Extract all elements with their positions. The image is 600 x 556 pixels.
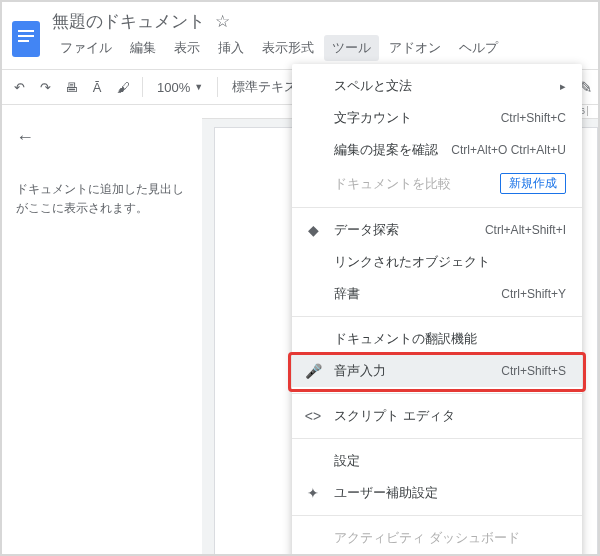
menubar: ファイル編集表示挿入表示形式ツールアドオンヘルプ [52,33,506,67]
menu-item-shortcut: Ctrl+Shift+C [501,111,566,125]
menu-item-label: 文字カウント [334,109,489,127]
menu-item-リンクされたオブジェクト[interactable]: リンクされたオブジェクト [292,246,582,278]
zoom-select[interactable]: 100% ▼ [151,80,209,95]
spellcheck-button[interactable]: Ā [86,76,108,98]
menu-item-shortcut: Ctrl+Shift+S [501,364,566,378]
undo-button[interactable]: ↶ [8,76,30,98]
menu-item-label: スペルと文法 [334,77,548,95]
print-button[interactable]: 🖶 [60,76,82,98]
menu-item-スクリプト エディタ[interactable]: <>スクリプト エディタ [292,400,582,432]
menu-item-label: データ探索 [334,221,473,239]
menu-item-データ探索[interactable]: ◆データ探索Ctrl+Alt+Shift+I [292,214,582,246]
menu-item-0[interactable]: ファイル [52,35,120,61]
collapse-outline-button[interactable]: ← [16,123,188,152]
menu-item-label: リンクされたオブジェクト [334,253,566,271]
menu-divider [292,438,582,439]
menu-item-label: 編集の提案を確認 [334,141,439,159]
menu-item-6[interactable]: アドオン [381,35,449,61]
menu-item-label: 音声入力 [334,362,489,380]
outline-panel: ← ドキュメントに追加した見出しがここに表示されます。 [2,105,202,556]
new-badge: 新規作成 [500,173,566,194]
menu-item-ドキュメントを比較: ドキュメントを比較新規作成 [292,166,582,201]
menu-divider [292,393,582,394]
menu-item-設定[interactable]: 設定 [292,445,582,477]
menu-item-label: 辞書 [334,285,489,303]
zoom-value: 100% [157,80,190,95]
menu-item-label: 設定 [334,452,566,470]
menu-item-辞書[interactable]: 辞書Ctrl+Shift+Y [292,278,582,310]
star-icon[interactable]: ☆ [215,11,230,32]
chevron-down-icon: ▼ [194,82,203,92]
menu-item-shortcut: Ctrl+Alt+Shift+I [485,223,566,237]
menu-item-shortcut: Ctrl+Shift+Y [501,287,566,301]
menu-item-4[interactable]: 表示形式 [254,35,322,61]
menu-item-音声入力[interactable]: 🎤音声入力Ctrl+Shift+S [292,355,582,387]
menu-item-label: ドキュメントの翻訳機能 [334,330,566,348]
menu-item-label: ドキュメントを比較 [334,175,488,193]
tools-menu-dropdown: スペルと文法文字カウントCtrl+Shift+C編集の提案を確認Ctrl+Alt… [292,64,582,556]
menu-divider [292,207,582,208]
menu-item-icon: ✦ [304,485,322,501]
menu-item-アクティビティ ダッシュボード: アクティビティ ダッシュボード [292,522,582,554]
menu-item-shortcut: Ctrl+Alt+O Ctrl+Alt+U [451,143,566,157]
menu-item-文字カウント[interactable]: 文字カウントCtrl+Shift+C [292,102,582,134]
menu-item-1[interactable]: 編集 [122,35,164,61]
menu-item-ドキュメントの翻訳機能[interactable]: ドキュメントの翻訳機能 [292,323,582,355]
redo-button[interactable]: ↷ [34,76,56,98]
menu-item-3[interactable]: 挿入 [210,35,252,61]
menu-item-2[interactable]: 表示 [166,35,208,61]
menu-item-icon: <> [304,408,322,424]
menu-item-icon: 🎤 [304,363,322,379]
menu-item-5[interactable]: ツール [324,35,379,61]
menu-item-label: ユーザー補助設定 [334,484,566,502]
paint-format-button[interactable]: 🖌 [112,76,134,98]
menu-item-スペルと文法[interactable]: スペルと文法 [292,70,582,102]
document-title[interactable]: 無題のドキュメント [52,10,205,33]
menu-divider [292,515,582,516]
menu-divider [292,316,582,317]
menu-item-7[interactable]: ヘルプ [451,35,506,61]
menu-item-icon: ◆ [304,222,322,238]
menu-item-編集の提案を確認[interactable]: 編集の提案を確認Ctrl+Alt+O Ctrl+Alt+U [292,134,582,166]
menu-item-label: スクリプト エディタ [334,407,566,425]
menu-item-label: アクティビティ ダッシュボード [334,529,566,547]
menu-item-ユーザー補助設定[interactable]: ✦ユーザー補助設定 [292,477,582,509]
outline-placeholder: ドキュメントに追加した見出しがここに表示されます。 [16,180,188,218]
titlebar: 無題のドキュメント ☆ ファイル編集表示挿入表示形式ツールアドオンヘルプ [2,2,598,69]
docs-logo-icon[interactable] [12,21,40,57]
